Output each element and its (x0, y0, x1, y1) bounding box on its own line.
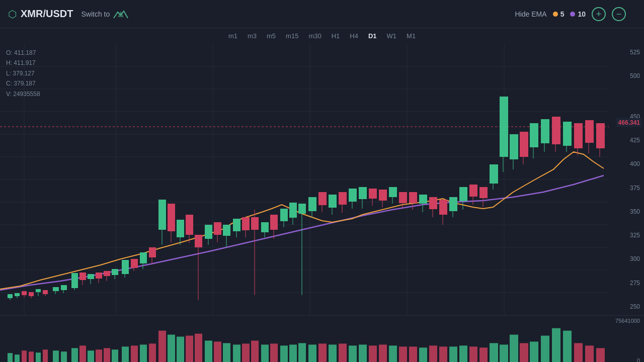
svg-rect-96 (349, 189, 357, 202)
add-indicator-button[interactable]: + (592, 7, 606, 21)
svg-rect-183 (349, 345, 357, 362)
svg-rect-30 (43, 290, 48, 294)
ohlcv-overlay: O: 411.187 H: 411.917 L: 379.127 C: 379.… (6, 48, 40, 99)
price-400: 400 (613, 160, 640, 167)
tf-h1[interactable]: H1 (330, 31, 342, 41)
svg-rect-203 (552, 328, 560, 362)
svg-rect-118 (459, 187, 467, 201)
svg-rect-170 (223, 343, 230, 362)
svg-rect-158 (112, 349, 118, 362)
hide-ema-button[interactable]: Hide EMA (515, 10, 547, 18)
svg-rect-80 (270, 215, 278, 230)
svg-rect-151 (53, 350, 59, 362)
close-value: C: 379.187 (6, 78, 40, 88)
svg-rect-82 (280, 209, 288, 221)
volume-value: V: 24935558 (6, 89, 40, 99)
remove-indicator-button[interactable]: − (612, 7, 626, 21)
svg-rect-171 (233, 344, 240, 362)
svg-rect-34 (61, 285, 67, 290)
svg-rect-157 (104, 348, 110, 362)
svg-rect-195 (469, 346, 477, 362)
tf-m3[interactable]: m3 (246, 31, 259, 41)
volume-zero: 0 (613, 357, 640, 362)
tf-d1[interactable]: D1 (366, 31, 379, 41)
tf-m1-monthly[interactable]: M1 (405, 31, 418, 41)
svg-rect-108 (409, 192, 417, 203)
tf-m15[interactable]: m15 (284, 31, 300, 41)
svg-rect-90 (318, 192, 327, 205)
svg-rect-189 (409, 346, 417, 362)
svg-rect-148 (29, 351, 34, 362)
switch-to-label: Switch to (81, 10, 110, 18)
ema5-value: 5 (560, 10, 565, 18)
svg-rect-172 (242, 343, 250, 362)
svg-rect-167 (195, 334, 202, 362)
svg-rect-200 (520, 343, 528, 362)
price-275: 275 (613, 280, 640, 287)
svg-rect-161 (140, 344, 147, 362)
svg-rect-22 (15, 293, 20, 296)
price-325: 325 (613, 232, 640, 239)
svg-rect-169 (214, 341, 221, 362)
chart-area: O: 411.187 H: 411.917 L: 379.127 C: 379.… (0, 44, 644, 315)
tf-m1[interactable]: m1 (226, 31, 239, 41)
svg-rect-190 (419, 347, 427, 362)
svg-rect-74 (242, 217, 250, 230)
tf-h4[interactable]: H4 (348, 31, 360, 41)
svg-rect-145 (8, 353, 13, 362)
svg-rect-40 (88, 274, 94, 279)
svg-rect-62 (186, 215, 193, 235)
svg-rect-94 (339, 192, 347, 205)
svg-rect-181 (329, 344, 337, 362)
svg-rect-179 (308, 344, 316, 362)
svg-rect-202 (541, 336, 549, 362)
candlestick-chart[interactable] (0, 44, 609, 315)
ema5-badge: 5 (553, 10, 565, 18)
low-value: L: 379.127 (6, 68, 40, 78)
svg-rect-84 (289, 203, 297, 218)
svg-rect-130 (520, 132, 528, 157)
svg-rect-205 (574, 343, 583, 362)
ema10-dot (570, 12, 575, 17)
svg-rect-197 (490, 343, 498, 362)
svg-rect-163 (158, 331, 166, 362)
price-300: 300 (613, 255, 640, 262)
svg-rect-24 (22, 291, 27, 295)
svg-rect-162 (149, 343, 156, 362)
price-250: 250 (613, 303, 640, 310)
price-350: 350 (613, 208, 640, 215)
svg-rect-68 (214, 222, 221, 235)
svg-rect-149 (36, 352, 41, 362)
svg-rect-175 (270, 343, 278, 362)
tf-w1[interactable]: W1 (385, 31, 399, 41)
svg-rect-173 (251, 341, 259, 363)
svg-rect-86 (298, 204, 306, 214)
switch-to-button[interactable]: Switch to (81, 9, 129, 19)
svg-rect-140 (574, 123, 583, 148)
price-525: 525 (613, 49, 640, 56)
svg-rect-72 (233, 219, 240, 231)
svg-rect-52 (140, 252, 147, 263)
svg-rect-160 (131, 345, 138, 362)
svg-rect-50 (131, 259, 138, 268)
svg-rect-126 (500, 97, 508, 157)
svg-rect-38 (79, 273, 86, 280)
svg-rect-198 (500, 344, 508, 362)
svg-rect-142 (585, 120, 594, 143)
svg-rect-20 (8, 294, 13, 298)
svg-rect-166 (186, 336, 193, 362)
svg-rect-26 (29, 292, 34, 296)
svg-rect-136 (552, 117, 560, 144)
svg-rect-159 (122, 346, 129, 362)
svg-rect-146 (15, 354, 20, 362)
tf-m5[interactable]: m5 (265, 31, 278, 41)
svg-rect-153 (71, 348, 78, 362)
svg-rect-182 (339, 343, 347, 362)
svg-rect-201 (530, 341, 538, 362)
svg-rect-92 (329, 195, 337, 208)
svg-rect-64 (195, 235, 202, 247)
pair-title: XMR/USDT (21, 8, 73, 20)
svg-rect-194 (459, 345, 467, 362)
svg-rect-168 (205, 341, 212, 363)
tf-m30[interactable]: m30 (306, 31, 323, 41)
